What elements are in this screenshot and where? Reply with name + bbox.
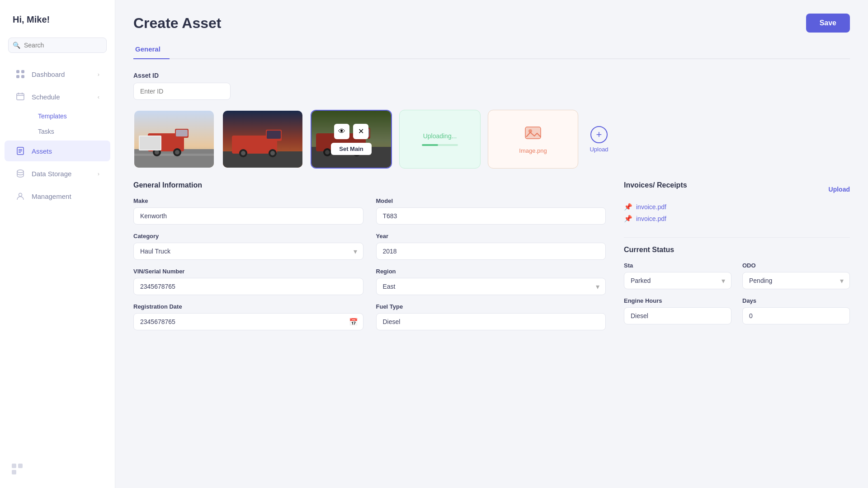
svg-point-24 xyxy=(155,150,159,155)
svg-point-26 xyxy=(175,150,179,155)
image-upload-card[interactable]: Image.png xyxy=(488,110,578,169)
svg-point-12 xyxy=(17,170,24,173)
image-filename: Image.png xyxy=(519,147,547,154)
chevron-right-icon-2: › xyxy=(98,170,99,177)
sta-select[interactable]: Parked xyxy=(624,272,731,289)
status-grid: Sta Parked ODO Pending xyxy=(624,262,850,324)
sidebar-item-management-label: Management xyxy=(32,192,99,200)
gallery-image-1[interactable] xyxy=(133,110,215,169)
sidebar-item-data-storage-label: Data Storage xyxy=(32,170,91,178)
sidebar-item-data-storage[interactable]: Data Storage › xyxy=(5,163,110,184)
invoices-title: Invoices/ Receipts xyxy=(624,181,687,189)
svg-point-35 xyxy=(241,151,245,155)
tab-general[interactable]: General xyxy=(133,41,170,59)
svg-rect-3 xyxy=(21,75,24,78)
gallery-image-2[interactable] xyxy=(222,110,303,169)
upload-label: Upload xyxy=(590,146,608,153)
paperclip-icon-1: 📌 xyxy=(624,203,632,211)
chevron-up-icon: ‹ xyxy=(98,94,99,100)
tabs: General xyxy=(133,41,850,59)
odo-select[interactable]: Pending xyxy=(742,272,850,289)
make-input[interactable] xyxy=(133,207,363,225)
vin-input[interactable] xyxy=(133,278,363,295)
sidebar-item-tasks[interactable]: Tasks xyxy=(33,124,110,139)
sta-label: Sta xyxy=(624,262,731,269)
gallery-image-3[interactable]: 👁 ✕ Set Main xyxy=(311,110,392,169)
sidebar-bottom xyxy=(0,455,115,488)
svg-rect-2 xyxy=(16,75,19,78)
paperclip-icon-2: 📌 xyxy=(624,215,632,223)
page-header: Create Asset Save xyxy=(133,14,850,33)
content-columns: General Information Make Model Category … xyxy=(133,181,850,330)
svg-rect-16 xyxy=(12,470,16,474)
uploading-text: Uploading... xyxy=(423,132,457,140)
invoice-item-1: 📌 invoice.pdf xyxy=(624,203,850,211)
current-status-title: Current Status xyxy=(624,246,850,254)
management-icon xyxy=(15,191,25,201)
sidebar-item-dashboard[interactable]: Dashboard › xyxy=(5,64,110,84)
svg-rect-1 xyxy=(21,70,24,73)
asset-id-input[interactable] xyxy=(133,83,231,100)
odo-label: ODO xyxy=(742,262,850,269)
days-label: Days xyxy=(742,297,850,304)
svg-rect-4 xyxy=(17,94,24,100)
sidebar-item-templates[interactable]: Templates xyxy=(33,109,110,123)
svg-rect-47 xyxy=(525,127,541,139)
reg-date-input[interactable] xyxy=(133,313,363,330)
svg-rect-22 xyxy=(176,130,188,136)
invoice-link-1[interactable]: invoice.pdf xyxy=(636,203,666,211)
year-field: Year xyxy=(376,233,606,260)
search-input[interactable] xyxy=(8,38,107,53)
odo-select-wrapper: Pending xyxy=(742,272,850,289)
engine-hours-field: Engine Hours xyxy=(624,297,731,324)
invoices-section: Invoices/ Receipts Upload 📌 invoice.pdf … xyxy=(624,181,850,223)
year-input[interactable] xyxy=(376,243,606,260)
model-field: Model xyxy=(376,197,606,225)
image-gallery: 👁 ✕ Set Main Uploading... Image.p xyxy=(133,110,850,169)
engine-hours-input[interactable] xyxy=(624,307,731,324)
main-content: Create Asset Save General Asset ID xyxy=(115,0,868,488)
vin-label: VIN/Serial Number xyxy=(133,268,363,275)
invoices-upload-link[interactable]: Upload xyxy=(829,186,850,193)
svg-point-13 xyxy=(19,193,22,197)
image-icon xyxy=(524,124,542,145)
set-main-button[interactable]: Set Main xyxy=(331,143,371,155)
general-info-section: General Information Make Model Category … xyxy=(133,181,606,330)
reg-date-label: Registration Date xyxy=(133,303,363,310)
sidebar-item-schedule[interactable]: Schedule ‹ xyxy=(5,86,110,107)
delete-icon-btn[interactable]: ✕ xyxy=(353,124,368,139)
svg-rect-14 xyxy=(12,464,16,468)
current-status-section: Current Status Sta Parked ODO xyxy=(624,246,850,324)
schedule-icon xyxy=(15,92,25,102)
svg-rect-30 xyxy=(223,151,303,169)
engine-hours-label: Engine Hours xyxy=(624,297,731,304)
sidebar: Hi, Mike! 🔍 Dashboard › Schedule xyxy=(0,0,115,488)
year-label: Year xyxy=(376,233,606,239)
progress-fill xyxy=(422,144,438,146)
invoice-link-2[interactable]: invoice.pdf xyxy=(636,215,666,222)
model-label: Model xyxy=(376,197,606,204)
sidebar-item-assets[interactable]: Assets xyxy=(5,141,110,161)
data-storage-icon xyxy=(15,169,25,178)
sidebar-item-dashboard-label: Dashboard xyxy=(32,70,91,78)
greeting: Hi, Mike! xyxy=(0,14,115,38)
sidebar-item-management[interactable]: Management xyxy=(5,186,110,206)
region-field: Region East xyxy=(376,268,606,295)
schedule-subnav: Templates Tasks xyxy=(0,108,115,140)
svg-rect-28 xyxy=(140,136,160,150)
svg-rect-0 xyxy=(16,70,19,73)
model-input[interactable] xyxy=(376,207,606,225)
sta-field: Sta Parked xyxy=(624,262,731,289)
invoice-item-2: 📌 invoice.pdf xyxy=(624,215,850,223)
region-select[interactable]: East xyxy=(376,278,606,295)
view-icon-btn[interactable]: 👁 xyxy=(334,124,349,139)
divider xyxy=(624,237,850,238)
category-select[interactable]: Haul Truck xyxy=(133,243,363,260)
uploading-card: Uploading... xyxy=(399,110,481,169)
upload-plus-button[interactable]: + Upload xyxy=(585,126,613,153)
save-button[interactable]: Save xyxy=(806,14,850,33)
fuel-type-input[interactable] xyxy=(376,313,606,330)
truck-image-1 xyxy=(134,111,215,169)
days-input[interactable] xyxy=(742,307,850,324)
make-label: Make xyxy=(133,197,363,204)
